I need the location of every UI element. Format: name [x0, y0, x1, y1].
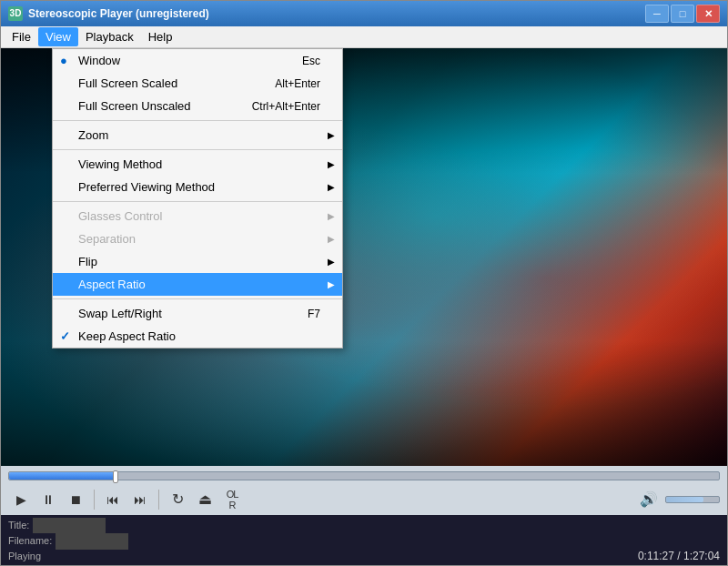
controls-area: ▶ ⏸ ⏹ ⏮ ⏭ ↻ ⏏ OLR 🔊 — [1, 466, 727, 515]
progress-bar-fill — [9, 472, 116, 480]
status-bar: Title: Filename: Playing 0:11:27 / 1:27:… — [1, 515, 727, 565]
status-title-row: Title: — [8, 518, 720, 534]
progress-bar-container[interactable] — [1, 466, 727, 484]
video-area: ● Window Esc Full Screen Scaled Alt+Ente… — [1, 48, 727, 466]
loop-button[interactable]: ↻ — [165, 488, 190, 511]
menu-item-keep-aspect-ratio[interactable]: ✓ Keep Aspect Ratio — [53, 325, 342, 348]
controls-buttons: ▶ ⏸ ⏹ ⏮ ⏭ ↻ ⏏ OLR 🔊 — [1, 484, 727, 515]
title-label: Title: — [8, 518, 29, 534]
filename-label: Filename: — [8, 533, 52, 550]
playing-status: Playing — [8, 551, 41, 561]
stop-button[interactable]: ⏹ — [63, 488, 88, 511]
separator-3 — [53, 201, 342, 202]
pause-button[interactable]: ⏸ — [35, 488, 61, 511]
app-icon: 3D — [8, 6, 23, 21]
menu-item-zoom[interactable]: Zoom — [53, 124, 342, 147]
menu-item-flip[interactable]: Flip — [53, 250, 342, 273]
close-button[interactable]: ✕ — [696, 5, 720, 23]
minimize-button[interactable]: ─ — [645, 5, 669, 23]
menu-file[interactable]: File — [5, 27, 38, 46]
time-display: 0:11:27 / 1:27:04 — [638, 550, 720, 562]
menu-item-aspect-ratio[interactable]: Aspect Ratio — [53, 273, 342, 296]
main-window: 3D Stereoscopic Player (unregistered) ─ … — [0, 0, 728, 566]
window-check-icon: ● — [60, 54, 67, 67]
window-title: Stereoscopic Player (unregistered) — [28, 7, 209, 20]
view-dropdown-menu: ● Window Esc Full Screen Scaled Alt+Ente… — [52, 48, 343, 349]
menu-item-separation: Separation — [53, 227, 342, 250]
menu-help[interactable]: Help — [141, 27, 180, 46]
prev-button[interactable]: ⏮ — [100, 488, 126, 511]
separator-4 — [53, 298, 342, 299]
title-bar: 3D Stereoscopic Player (unregistered) ─ … — [1, 1, 727, 26]
menu-item-viewing-method[interactable]: Viewing Method — [53, 153, 342, 176]
progress-bar-track[interactable] — [8, 471, 720, 480]
menu-item-preferred-viewing-method[interactable]: Preferred Viewing Method — [53, 176, 342, 198]
progress-thumb[interactable] — [113, 470, 118, 483]
next-button[interactable]: ⏭ — [127, 488, 153, 511]
play-button[interactable]: ▶ — [8, 488, 34, 511]
keep-aspect-check-icon: ✓ — [60, 329, 70, 343]
menu-item-window[interactable]: ● Window Esc — [53, 49, 342, 72]
menu-item-fullscreen-scaled[interactable]: Full Screen Scaled Alt+Enter — [53, 72, 342, 95]
window-controls: ─ □ ✕ — [645, 5, 720, 23]
volume-icon-button[interactable]: 🔊 — [636, 488, 662, 511]
menu-item-fullscreen-unscaled[interactable]: Full Screen Unscaled Ctrl+Alt+Enter — [53, 95, 342, 117]
mode-button[interactable]: OLR — [219, 488, 245, 511]
maximize-button[interactable]: □ — [671, 5, 694, 23]
separator-2 — [53, 149, 342, 150]
volume-fill — [666, 497, 703, 502]
status-bottom-bar: Playing 0:11:27 / 1:27:04 — [8, 550, 720, 562]
volume-slider[interactable] — [665, 496, 720, 503]
menu-view[interactable]: View — [38, 27, 78, 46]
menu-item-swap-left-right[interactable]: Swap Left/Right F7 — [53, 302, 342, 325]
menu-bar: File View Playback Help — [1, 26, 727, 48]
separator-1 — [53, 120, 342, 121]
ctrl-separator-2 — [158, 490, 159, 510]
eject-button[interactable]: ⏏ — [192, 488, 217, 511]
volume-area: 🔊 — [636, 488, 720, 511]
filename-value — [56, 533, 128, 550]
title-value — [33, 518, 106, 534]
ctrl-separator-1 — [94, 490, 95, 510]
menu-item-glasses-control: Glasses Control — [53, 205, 342, 227]
menu-playback[interactable]: Playback — [78, 27, 141, 46]
status-filename-row: Filename: — [8, 533, 720, 550]
